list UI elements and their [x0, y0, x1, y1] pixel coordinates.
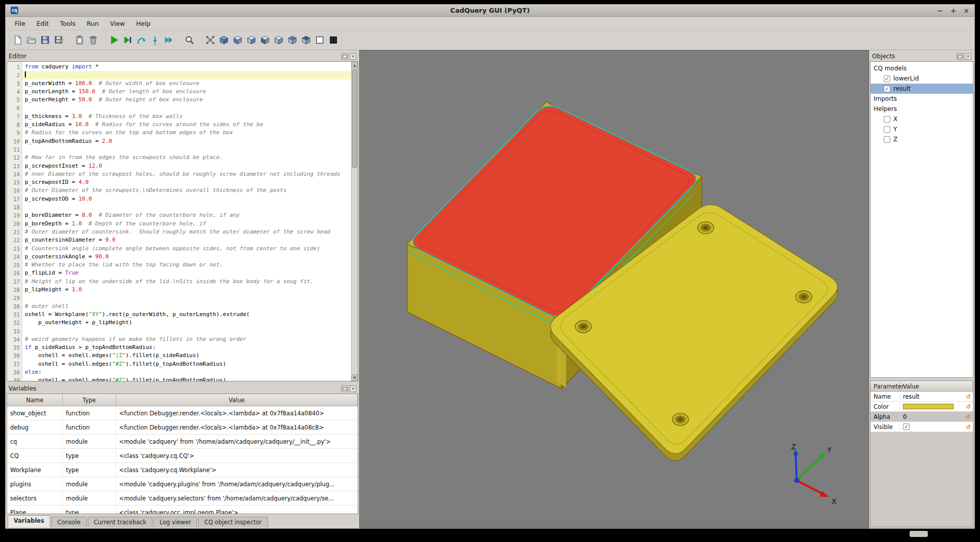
objects-close-icon[interactable]: ×: [965, 53, 971, 60]
wireframe-mode-button[interactable]: [313, 33, 326, 47]
variables-column-header-type[interactable]: Type: [63, 394, 116, 406]
code-line-4[interactable]: p_outerLength = 150.0 # Outer length of …: [22, 88, 351, 96]
code-line-32[interactable]: p_outerHeight + p_lipHeight): [22, 319, 351, 327]
code-line-11[interactable]: [22, 145, 351, 153]
code-line-25[interactable]: # Whether to place the lid with the top …: [22, 261, 351, 269]
tree-item-imports[interactable]: Imports: [871, 94, 973, 104]
code-line-18[interactable]: [22, 203, 351, 211]
tab-cq-object-inspector[interactable]: CQ object inspector: [198, 517, 268, 527]
objects-undock-icon[interactable]: [957, 53, 963, 60]
visibility-checkbox[interactable]: [884, 136, 890, 143]
menu-file[interactable]: File: [10, 18, 30, 29]
run-script-button[interactable]: [107, 33, 121, 47]
table-row[interactable]: Planetype<class 'cadquery.occ_impl.geom.…: [7, 506, 358, 514]
revert-icon[interactable]: ↺: [966, 413, 973, 420]
editor-scrollbar[interactable]: ▲ ▼: [351, 62, 358, 381]
editor-close-icon[interactable]: ×: [350, 53, 356, 60]
variables-close-icon[interactable]: ×: [350, 385, 356, 392]
code-line-21[interactable]: # Outer diameter of countersink. Should …: [22, 228, 351, 236]
close-button[interactable]: ×: [963, 7, 969, 14]
parameter-value[interactable]: ↺: [900, 403, 973, 410]
zoom-search-button[interactable]: [182, 33, 196, 47]
code-line-7[interactable]: p_thickness = 3.0 # Thickness of the box…: [22, 112, 351, 121]
tab-variables[interactable]: Variables: [8, 515, 50, 527]
view-front-button[interactable]: [231, 33, 244, 47]
step-over-button[interactable]: [134, 33, 148, 47]
tab-console[interactable]: Console: [51, 517, 87, 527]
variables-column-header-name[interactable]: Name: [7, 394, 63, 406]
code-line-16[interactable]: # Outer Diameter of the screwposts.\nDet…: [22, 186, 351, 195]
maximize-button[interactable]: +: [951, 7, 957, 14]
continue-run-button[interactable]: [162, 33, 175, 47]
view-iso-button[interactable]: [217, 33, 231, 47]
table-row[interactable]: selectorsmodule<module 'cadquery.selecto…: [7, 491, 358, 506]
code-line-3[interactable]: p_outerWidth = 100.0 # Outer width of bo…: [22, 80, 351, 88]
code-line-14[interactable]: # nner Diameter of the screwpost holes, …: [22, 170, 351, 178]
viewport-3d[interactable]: Z Y X: [359, 50, 869, 528]
code-line-38[interactable]: else:: [22, 368, 351, 376]
menu-edit[interactable]: Edit: [31, 18, 54, 29]
view-left-button[interactable]: [258, 33, 272, 47]
code-line-17[interactable]: p_screwpostOD = 10.0: [22, 195, 351, 203]
code-line-30[interactable]: # outer shell: [22, 302, 351, 311]
debug-script-button[interactable]: [121, 33, 134, 47]
code-line-6[interactable]: [22, 104, 351, 112]
open-file-button[interactable]: [24, 33, 38, 47]
code-line-29[interactable]: [22, 294, 351, 302]
save-file-button[interactable]: [38, 33, 52, 47]
titlebar[interactable]: cq CadQuery GUI (PyQT) − + ×: [6, 5, 974, 17]
code-line-23[interactable]: # Countersink angle (complete angle betw…: [22, 245, 351, 253]
tab-log-viewer[interactable]: Log viewer: [154, 517, 197, 527]
code-line-39[interactable]: oshell = oshell.edges("#Z").fillet(p_top…: [22, 376, 351, 381]
parameter-value[interactable]: result↺: [900, 393, 973, 400]
variables-undock-icon[interactable]: [342, 385, 348, 392]
code-line-12[interactable]: # How far in from the edges the screwpos…: [22, 153, 351, 162]
code-line-31[interactable]: oshell = Workplane("XY").rect(p_outerWid…: [22, 311, 351, 319]
code-line-22[interactable]: p_countersinkDiameter = 0.0: [22, 236, 351, 244]
tree-item-helpers[interactable]: Helpers: [871, 104, 973, 114]
view-back-button[interactable]: [244, 33, 258, 47]
table-row[interactable]: Workplanetype<class 'cadquery.cq.Workpla…: [7, 463, 358, 477]
code-line-35[interactable]: if p_sideRadius > p_topAndBottomRadius:: [22, 343, 351, 352]
tree-item-cq-models[interactable]: CQ models: [871, 63, 973, 73]
scroll-down-icon[interactable]: ▼: [352, 374, 358, 381]
code-line-26[interactable]: p_flipLid = True: [22, 269, 351, 277]
visibility-checkbox[interactable]: ✓: [884, 86, 890, 92]
new-file-button[interactable]: [11, 33, 24, 47]
revert-icon[interactable]: ↺: [966, 393, 973, 400]
code-line-1[interactable]: from cadquery import *: [22, 63, 351, 71]
revert-icon[interactable]: ↺: [966, 423, 973, 431]
view-top-button[interactable]: [285, 33, 299, 47]
tree-item-lowerlid[interactable]: ✓lowerLid: [871, 73, 973, 84]
code-line-2[interactable]: [22, 71, 351, 79]
visibility-checkbox[interactable]: ✓: [884, 75, 890, 82]
tab-current-traceback[interactable]: Current traceback: [88, 517, 153, 527]
parameter-column-header[interactable]: Parameter: [871, 381, 900, 391]
tree-item-result[interactable]: ✓result: [871, 84, 973, 94]
editor-undock-icon[interactable]: [342, 53, 348, 60]
code-line-13[interactable]: p_screwpostInset = 12.0: [22, 162, 351, 170]
tree-item-x[interactable]: X: [871, 114, 973, 124]
fit-all-button[interactable]: [203, 33, 217, 47]
code-line-27[interactable]: # Height of lip on the underside of the …: [22, 278, 351, 286]
table-row[interactable]: debugfunction<function Debugger.render.<…: [7, 420, 358, 435]
code-line-33[interactable]: [22, 327, 351, 335]
table-row[interactable]: CQtype<class 'cadquery.cq.CQ'>: [7, 449, 358, 463]
code-line-36[interactable]: oshell = oshell.edges("|Z").fillet(p_sid…: [22, 352, 351, 360]
menu-run[interactable]: Run: [82, 18, 104, 29]
code-line-34[interactable]: # weird geometry happens if we make the …: [22, 335, 351, 343]
menu-help[interactable]: Help: [131, 18, 156, 29]
step-into-button[interactable]: [148, 33, 162, 47]
code-line-8[interactable]: p_sideRadius = 10.0 # Radius for the cur…: [22, 121, 351, 129]
minimize-button[interactable]: −: [937, 7, 944, 14]
visibility-checkbox[interactable]: [884, 126, 890, 133]
code-line-37[interactable]: oshell = oshell.edges("#Z").fillet(p_top…: [22, 360, 351, 368]
revert-icon[interactable]: ↺: [966, 403, 973, 410]
code-line-20[interactable]: p_boreDepth = 1.0 # Depth of the counter…: [22, 220, 351, 228]
visibility-checkbox[interactable]: [884, 116, 890, 123]
tree-item-y[interactable]: Y: [871, 124, 973, 134]
view-right-button[interactable]: [272, 33, 285, 47]
editor-scrollbar-thumb[interactable]: [352, 69, 357, 168]
tree-item-z[interactable]: Z: [871, 134, 973, 144]
delete-button[interactable]: [86, 33, 100, 47]
